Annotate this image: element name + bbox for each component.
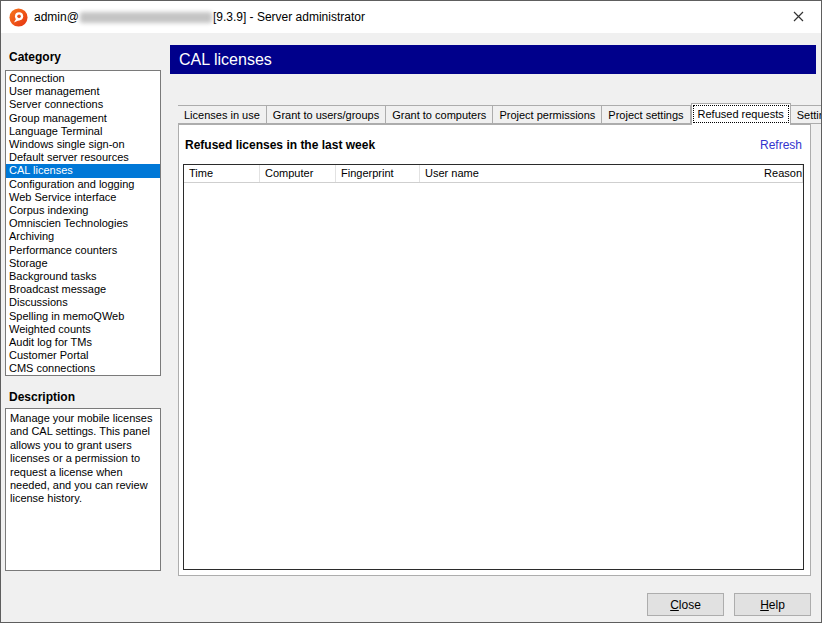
help-button[interactable]: Help — [734, 593, 811, 616]
tab-strip: Licenses in use Grant to users/groups Gr… — [178, 103, 822, 125]
list-item[interactable]: Weighted counts — [6, 323, 160, 336]
refused-licenses-table: Time Computer Fingerprint User name Reas… — [183, 164, 804, 570]
list-item[interactable]: Default server resources — [6, 151, 160, 164]
refresh-link[interactable]: Refresh — [760, 138, 802, 152]
close-button[interactable]: Close — [647, 593, 724, 616]
list-item[interactable]: Storage — [6, 257, 160, 270]
description-label: Description — [9, 390, 75, 404]
list-item[interactable]: Performance counters — [6, 244, 160, 257]
list-item[interactable]: Configuration and logging — [6, 178, 160, 191]
list-item[interactable]: Server connections — [6, 98, 160, 111]
close-window-button[interactable] — [775, 1, 821, 32]
tab[interactable]: Settings — [791, 105, 822, 124]
close-icon — [793, 11, 804, 22]
tab[interactable]: Project settings — [602, 105, 690, 124]
list-item[interactable]: CMS connections — [6, 362, 160, 375]
table-column-header[interactable]: Computer — [260, 165, 336, 182]
table-header-row: Time Computer Fingerprint User name Reas… — [184, 165, 803, 183]
list-item[interactable]: Background tasks — [6, 270, 160, 283]
list-item[interactable]: CAL licenses — [6, 164, 160, 177]
section-title: Refused licenses in the last week — [185, 138, 375, 152]
list-item[interactable]: Corpus indexing — [6, 204, 160, 217]
list-item[interactable]: Broadcast message — [6, 283, 160, 296]
table-column-header[interactable]: Time — [184, 165, 260, 182]
list-item[interactable]: Group management — [6, 112, 160, 125]
title-bar: admin@[9.3.9] - Server administrator — [1, 1, 821, 33]
tab[interactable]: Grant to computers — [386, 105, 493, 124]
memoq-logo-icon — [9, 8, 28, 27]
table-body — [184, 183, 803, 569]
list-item[interactable]: Customer Portal — [6, 349, 160, 362]
page-title: CAL licenses — [170, 45, 816, 74]
list-item[interactable]: User management — [6, 85, 160, 98]
table-column-header[interactable]: User name — [420, 165, 759, 182]
category-list[interactable]: Connection User management Server connec… — [5, 70, 161, 376]
tab[interactable]: Project permissions — [493, 105, 602, 124]
list-item[interactable]: Omniscien Technologies — [6, 217, 160, 230]
list-item[interactable]: Language Terminal — [6, 125, 160, 138]
list-item[interactable]: Web Service interface — [6, 191, 160, 204]
list-item[interactable]: Discussions — [6, 296, 160, 309]
list-item[interactable]: Archiving — [6, 230, 160, 243]
category-label: Category — [9, 50, 61, 64]
server-administrator-dialog: admin@[9.3.9] - Server administrator Cat… — [0, 0, 822, 623]
table-column-header[interactable]: Reason — [759, 165, 803, 182]
refused-requests-tab-page: Refused licenses in the last week Refres… — [178, 124, 811, 576]
list-item[interactable]: Windows single sign-on — [6, 138, 160, 151]
tab[interactable]: Licenses in use — [178, 105, 267, 124]
tab[interactable]: Refused requests — [691, 103, 791, 125]
tab[interactable]: Grant to users/groups — [267, 105, 386, 124]
description-text: Manage your mobile licenses and CAL sett… — [10, 412, 152, 504]
list-item[interactable]: Audit log for TMs — [6, 336, 160, 349]
redacted-server-name — [80, 12, 212, 23]
list-item[interactable]: Connection — [6, 72, 160, 85]
list-item[interactable]: Spelling in memoQWeb — [6, 310, 160, 323]
description-box: Manage your mobile licenses and CAL sett… — [5, 408, 161, 571]
window-title: admin@[9.3.9] - Server administrator — [34, 10, 365, 24]
table-column-header[interactable]: Fingerprint — [336, 165, 420, 182]
